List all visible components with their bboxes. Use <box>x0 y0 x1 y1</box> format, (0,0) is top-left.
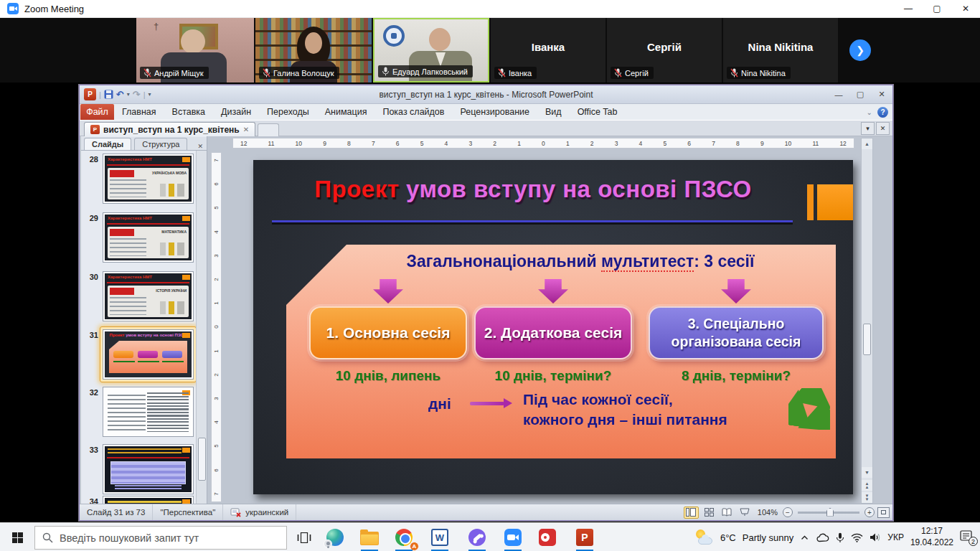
help-icon[interactable]: ? <box>877 107 888 118</box>
save-icon[interactable] <box>104 90 113 99</box>
taskbar-app-powerpoint[interactable]: P <box>568 523 601 551</box>
previous-slide-button[interactable]: ▲▲ <box>862 480 872 491</box>
zoom-slider-thumb[interactable] <box>826 508 834 517</box>
tab-review[interactable]: Рецензирование <box>452 104 537 120</box>
taskbar-app-file-explorer[interactable] <box>353 523 386 551</box>
weather-desc[interactable]: Partly sunny <box>743 532 794 543</box>
participant-name-badge: Іванка <box>494 67 537 79</box>
video-tile-andrii[interactable]: † Андрій Міщук <box>136 18 254 83</box>
edge-icon <box>326 529 344 546</box>
fit-to-window-button[interactable] <box>877 507 890 518</box>
next-participants-page-button[interactable]: ❯ <box>849 39 871 61</box>
tab-office-tab[interactable]: Office Tab <box>570 104 626 120</box>
start-button[interactable] <box>0 523 34 551</box>
redo-button[interactable]: ↷ <box>133 90 141 99</box>
task-view-button[interactable] <box>290 523 319 551</box>
zoom-slider[interactable] <box>798 512 859 514</box>
session-box-1[interactable]: 1. Основна сесія <box>309 306 467 359</box>
tab-view[interactable]: Вид <box>537 104 570 120</box>
undo-dropdown-icon[interactable]: ▾ <box>127 91 130 98</box>
thumbnails-scrollbar[interactable] <box>196 151 207 504</box>
tab-slides[interactable]: Слайды <box>84 138 131 150</box>
hidden-icons-chevron[interactable] <box>800 534 809 542</box>
taskbar-app-zoom[interactable] <box>496 523 529 551</box>
weather-temp[interactable]: 6°C <box>720 532 736 543</box>
tab-insert[interactable]: Вставка <box>164 104 213 120</box>
search-input[interactable] <box>60 532 279 544</box>
zoom-in-button[interactable]: + <box>864 507 875 517</box>
taskbar-app-red-reader[interactable] <box>531 523 564 551</box>
scroll-up-button[interactable]: ▲ <box>862 138 872 149</box>
zoom-maximize-button[interactable]: ▢ <box>923 0 951 17</box>
new-document-tab-stub[interactable] <box>258 123 279 136</box>
wifi-icon[interactable] <box>851 533 863 542</box>
zoom-out-button[interactable]: − <box>783 507 793 517</box>
session-box-3[interactable]: 3. Спеціально організована сесія <box>649 306 824 359</box>
document-tab-label: виступ_вступ на 1 курс_квітень <box>103 125 240 135</box>
slide-scrollbar[interactable]: ▲ ▼ ▲▲ ▼▼ <box>861 138 873 504</box>
tab-file[interactable]: Файл <box>80 104 114 120</box>
session-duration-2: 10 днів, терміни? <box>474 368 632 384</box>
speaker-icon[interactable] <box>870 532 881 542</box>
reading-view-button[interactable] <box>720 507 735 519</box>
ribbon-collapse-icon[interactable]: ⌄ <box>867 108 872 116</box>
language-indicator[interactable]: УКР <box>887 532 904 542</box>
zoom-level[interactable]: 104% <box>758 508 778 517</box>
tab-design[interactable]: Дизайн <box>213 104 259 120</box>
weather-icon[interactable] <box>695 529 714 545</box>
scrollbar-thumb[interactable] <box>863 324 871 355</box>
mic-muted-icon <box>498 68 506 77</box>
video-tile-eduard-active-speaker[interactable]: Едуард Лапковський <box>373 18 489 83</box>
participant-name-badge: Едуард Лапковський <box>378 65 473 77</box>
mic-muted-icon <box>263 68 270 77</box>
thumbnails-scrollbar-thumb[interactable] <box>198 438 206 481</box>
tab-home[interactable]: Главная <box>114 104 164 120</box>
powerpoint-taskbar-icon: P <box>576 529 593 546</box>
audio-tile-ivanka[interactable]: Іванка Іванка <box>491 18 606 83</box>
audio-tile-nina[interactable]: Nina Nikitina Nina Nikitina <box>723 18 838 83</box>
document-tab-active[interactable]: P виступ_вступ на 1 курс_квітень ✕ <box>84 122 255 136</box>
theme-name[interactable]: "Перспектива" <box>153 504 223 520</box>
zoom-minimize-button[interactable]: — <box>894 0 923 17</box>
slide-sorter-view-button[interactable] <box>702 507 717 519</box>
tab-bar-close-button[interactable]: ✕ <box>876 122 890 135</box>
ppt-close-button[interactable]: ✕ <box>871 85 892 103</box>
document-tab-close-icon[interactable]: ✕ <box>243 126 249 133</box>
ppt-minimize-button[interactable]: — <box>828 85 849 103</box>
taskbar-search[interactable] <box>34 526 287 550</box>
ppt-maximize-button[interactable]: ▢ <box>849 85 871 103</box>
session-duration-3: 8 днів, терміни? <box>649 368 824 384</box>
profile-avatar <box>324 540 332 548</box>
scroll-down-button[interactable]: ▼ <box>862 467 872 478</box>
spellcheck-status[interactable]: украинский <box>223 504 296 520</box>
taskbar-app-word[interactable]: W <box>423 523 456 551</box>
taskbar-app-viber[interactable] <box>461 523 494 551</box>
taskbar-app-edge[interactable] <box>319 523 352 551</box>
microphone-icon[interactable] <box>836 532 844 543</box>
content-panel[interactable]: Загальнонаціональний мультитест: 3 сесії… <box>286 245 836 458</box>
normal-view-button[interactable] <box>684 507 699 519</box>
session-box-2[interactable]: 2. Додаткова сесія <box>474 306 632 359</box>
tab-animations[interactable]: Анимация <box>317 104 375 120</box>
customize-qat-icon[interactable]: ▾ <box>149 91 151 98</box>
slideshow-view-button[interactable] <box>738 507 753 519</box>
zoom-close-button[interactable]: ✕ <box>951 0 980 17</box>
tab-slideshow[interactable]: Показ слайдов <box>374 104 452 120</box>
panel-close-icon[interactable]: ✕ <box>197 143 203 150</box>
slide-title[interactable]: Проект умов вступу на основі ПЗСО <box>268 176 798 203</box>
video-tile-halyna[interactable]: Галина Волощук <box>255 18 372 83</box>
ppt-main-area: Слайды Структура ✕ 28 Характеристика НМТ… <box>80 136 892 505</box>
audio-tile-serhii[interactable]: Сергій Сергій <box>607 18 722 83</box>
tab-outline[interactable]: Структура <box>134 138 187 150</box>
onedrive-icon[interactable] <box>816 533 829 542</box>
tab-list-dropdown-button[interactable]: ▾ <box>861 122 875 135</box>
next-slide-button[interactable]: ▼▼ <box>862 492 872 503</box>
tab-transitions[interactable]: Переходы <box>259 104 317 120</box>
taskbar-app-chrome[interactable]: A <box>387 523 420 551</box>
clock[interactable]: 12:17 19.04.2022 <box>910 526 953 548</box>
undo-button[interactable]: ↶ <box>116 90 124 99</box>
slide-canvas[interactable]: Проект умов вступу на основі ПЗСО Загаль… <box>253 160 853 494</box>
ribbon-tab-bar: Файл Главная Вставка Дизайн Переходы Ани… <box>80 104 892 121</box>
notification-center-button[interactable]: 2 <box>960 530 976 545</box>
word-icon: W <box>431 529 448 546</box>
